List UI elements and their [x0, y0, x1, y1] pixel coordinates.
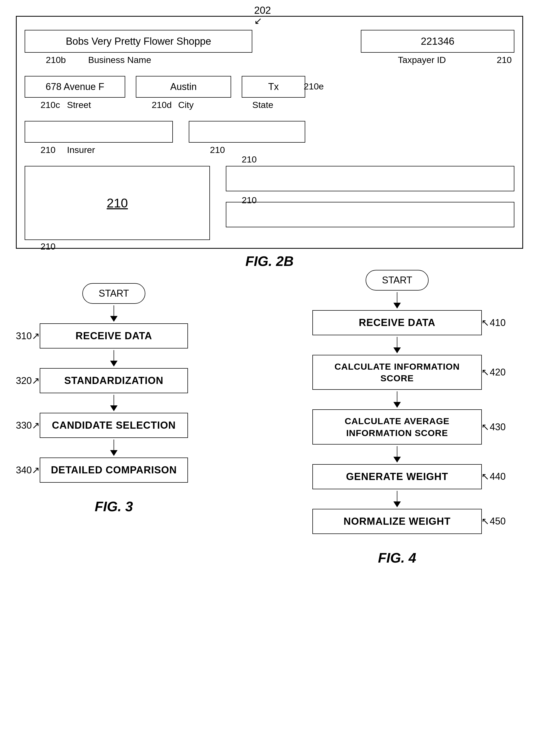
fig3-start: START	[82, 283, 146, 304]
taxpayer-id-field[interactable]: 221346	[361, 30, 514, 53]
fig4-step-430: CALCULATE AVERAGE INFORMATION SCORE	[312, 409, 482, 444]
insurer-label: Insurer	[67, 145, 95, 155]
ref-340-arrow: ↗	[32, 465, 40, 476]
ref-210c-label: 210c	[40, 100, 60, 110]
business-name-field[interactable]: Bobs Very Pretty Flower Shoppe	[25, 30, 252, 53]
ref-210-right-mid: 210	[242, 195, 257, 205]
ref-320: 320	[16, 375, 32, 386]
street-field[interactable]: 678 Avenue F	[25, 76, 125, 98]
ref-210d-label: 210d	[152, 100, 172, 110]
fig3-label: FIG. 3	[21, 499, 206, 515]
ref-210-insurer2: 210	[210, 145, 225, 155]
city-label: City	[178, 100, 194, 110]
street-label: Street	[67, 100, 91, 110]
ref-210-right-top: 210	[242, 154, 257, 165]
ref-430: 430	[490, 422, 505, 433]
ref-340: 340	[16, 465, 32, 476]
fig4-step-410: RECEIVE DATA	[312, 310, 482, 335]
fig3-step-340: DETAILED COMPARISON	[40, 457, 188, 483]
large-text-area[interactable]: 210	[25, 166, 210, 240]
insurer-field-1[interactable]	[25, 121, 173, 143]
state-label: State	[252, 100, 273, 110]
fig4-step-420: CALCULATE INFORMATION SCORE	[312, 355, 482, 390]
ref-210-insurer1: 210	[40, 145, 56, 155]
fig3-step-330: CANDIDATE SELECTION	[40, 413, 188, 438]
ref-310: 310	[16, 330, 32, 342]
fig4-step-450: NORMALIZE WEIGHT	[312, 509, 482, 534]
fig4-container: START RECEIVE DATA 410 ↖ CALCULATE INFOR…	[291, 270, 503, 566]
business-name-label: Business Name	[88, 55, 151, 65]
ref-410-arrow: ↖	[481, 317, 489, 328]
fig2b-label: FIG. 2B	[245, 253, 294, 269]
fig2b-container: Bobs Very Pretty Flower Shoppe 221346 21…	[16, 16, 523, 249]
ref-410: 410	[490, 317, 505, 328]
fig3-step-320: STANDARDIZATION	[40, 368, 188, 393]
ref-210e: 210e	[304, 81, 324, 92]
right-field-1[interactable]	[226, 166, 514, 191]
fig4-start: START	[366, 270, 429, 291]
right-field-2[interactable]	[226, 202, 514, 227]
ref-430-arrow: ↖	[481, 422, 489, 433]
ref-320-arrow: ↗	[32, 375, 40, 386]
fig3-step-310: RECEIVE DATA	[40, 323, 188, 349]
ref-310-arrow: ↗	[32, 330, 40, 342]
ref-420: 420	[490, 367, 505, 378]
ref-440-arrow: ↖	[481, 471, 489, 482]
large-area-ref: 210	[107, 196, 128, 210]
city-field[interactable]: Austin	[136, 76, 231, 98]
ref-210b-label: 210b	[46, 55, 66, 65]
fig4-label: FIG. 4	[291, 550, 503, 566]
state-field[interactable]: Tx	[242, 76, 305, 98]
taxpayer-id-label: Taxpayer ID	[398, 55, 446, 65]
ref-202: 202	[254, 5, 271, 16]
ref-330-arrow: ↗	[32, 420, 40, 431]
ref-440: 440	[490, 471, 505, 482]
ref-210-large-left: 210	[40, 241, 56, 252]
ref-330: 330	[16, 420, 32, 431]
ref-450: 450	[490, 516, 505, 527]
fig3-container: START RECEIVE DATA 310 ↗ STANDARDIZATION…	[21, 283, 206, 515]
fig4-step-440: GENERATE WEIGHT	[312, 464, 482, 489]
ref-210-taxpayer: 210	[497, 55, 512, 65]
ref-450-arrow: ↖	[481, 516, 489, 527]
insurer-field-2[interactable]	[189, 121, 305, 143]
ref-420-arrow: ↖	[481, 367, 489, 378]
